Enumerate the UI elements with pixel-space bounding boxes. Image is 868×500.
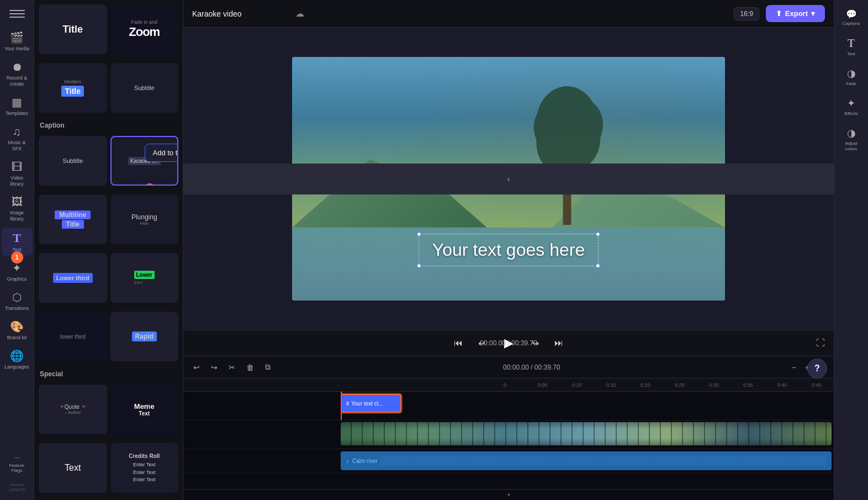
export-chevron-icon: ▾ <box>811 9 815 18</box>
right-item-fade[interactable]: ◑ Fade <box>836 63 867 91</box>
template-card-title-plain[interactable]: Title <box>39 4 107 54</box>
collapse-panel-button[interactable]: ‹ <box>183 164 834 194</box>
sidebar-item-record-create[interactable]: ⏺ Record &create <box>2 57 33 91</box>
sidebar-item-version: Versioncd5677f <box>2 479 33 496</box>
template-card-multiline[interactable]: Multiline Title <box>39 194 107 244</box>
right-item-captions[interactable]: 💬 Captions <box>836 4 867 30</box>
template-card-lower-third-blue[interactable]: Lower third <box>39 253 107 303</box>
time-display: 00:00.00 / 00:39.70 <box>480 339 537 347</box>
lower-third-grid-1: Lower third Lower third <box>34 249 183 307</box>
main-area: ☁ 16:9 ⬆ Export ▾ <box>183 0 834 500</box>
svg-point-5 <box>562 99 603 151</box>
sidebar-item-label: Brand kit <box>7 335 27 340</box>
text-clip[interactable]: Ⅱ Your text cl... <box>341 394 401 413</box>
feature-flags-icon: ··· <box>14 454 19 461</box>
sidebar-item-text[interactable]: T Text 1 <box>2 228 33 256</box>
template-card-credits[interactable]: Credits Roll Enter Text Enter Text Enter… <box>110 443 179 493</box>
timeline-time-display: 00:00.00 / 00:39.70 <box>503 364 560 371</box>
caption-grid-1: Subtitle Karaoke t... Add to timeline ☝ … <box>34 131 183 190</box>
video-clip-strip[interactable] <box>341 422 832 445</box>
right-item-label: Captions <box>843 21 860 26</box>
resize-handle-bl[interactable] <box>417 264 421 268</box>
template-card-lower-third-2[interactable]: lower third <box>39 312 107 361</box>
transitions-icon: ⬡ <box>12 291 22 304</box>
sidebar-item-label: Graphics <box>7 276 27 282</box>
template-card-subtitle[interactable]: Subtitle <box>110 63 179 113</box>
track-content-music[interactable]: ♪ Calm river <box>341 449 834 473</box>
sidebar-item-templates[interactable]: ▦ Templates <box>2 92 33 120</box>
brand-kit-icon: 🎨 <box>10 320 24 333</box>
template-card-text-plain[interactable]: Text <box>39 443 107 493</box>
project-name-input[interactable] <box>192 9 289 18</box>
right-item-adjust-colors[interactable]: ◑ Adjustcolors <box>836 123 867 156</box>
caption-grid-2: Multiline Title Plunging Film <box>34 190 183 249</box>
modern-title-grid: Modern Title Subtitle <box>34 59 183 117</box>
sidebar-item-music-sfx[interactable]: ♫ Music &SFX <box>2 122 33 155</box>
sidebar-item-feature-flags[interactable]: ··· FeatureFlags <box>2 450 33 477</box>
your-media-icon: 🎬 <box>10 31 24 44</box>
special-grid-2: Text Credits Roll Enter Text Enter Text … <box>34 439 183 497</box>
step-2-badge: 2 <box>144 183 156 186</box>
title-grid: Title Fade in and Zoom <box>34 0 183 59</box>
right-item-label: Fade <box>846 81 856 86</box>
timeline-area: 0 0:05 0:10 0:15 0:20 0:25 0:30 0:35 0:4… <box>183 378 834 489</box>
ratio-badge[interactable]: 16:9 <box>734 7 759 20</box>
template-card-rapid[interactable]: Rapid <box>110 312 179 361</box>
timeline-collapse-bar[interactable]: ▾ <box>183 489 834 500</box>
sidebar-item-languages[interactable]: 🌐 Languages <box>2 346 33 373</box>
top-bar: ☁ 16:9 ⬆ Export ▾ <box>183 0 834 28</box>
right-sidebar: 💬 Captions T Text ◑ Fade ✦ Effects ◑ Adj… <box>834 0 868 500</box>
canvas-text-label: Your text goes here <box>432 240 585 260</box>
track-content-text[interactable]: Ⅱ Your text cl... <box>341 392 834 420</box>
delete-button[interactable]: 🗑 <box>243 361 257 374</box>
cut-button[interactable]: ✂ <box>225 361 239 374</box>
sidebar-item-graphics[interactable]: ✦ Graphics <box>2 258 33 285</box>
template-card-lower-green[interactable]: Lower third <box>110 253 179 303</box>
sidebar-item-brand-kit[interactable]: 🎨 Brand kit <box>2 317 33 344</box>
zoom-out-button[interactable]: − <box>790 361 798 374</box>
text-overlay[interactable]: Your text goes here <box>419 234 599 266</box>
template-card-modern-title[interactable]: Modern Title <box>39 63 107 113</box>
sidebar-item-label: Transitions <box>5 306 29 311</box>
cloud-save-icon: ☁ <box>295 8 304 19</box>
template-card-karaoke[interactable]: Karaoke t... Add to timeline ☝ 2 <box>110 136 179 186</box>
sidebar-item-image-library[interactable]: 🖼 Imagelibrary <box>2 192 33 225</box>
help-button[interactable]: ? <box>807 359 827 378</box>
template-card-quote[interactable]: " Quote – Author " <box>39 385 107 434</box>
right-item-effects[interactable]: ✦ Effects <box>836 93 867 120</box>
sidebar-item-label: Record &create <box>7 75 28 87</box>
graphics-icon: ✦ <box>12 261 22 275</box>
track-content-video[interactable] <box>341 420 834 449</box>
right-item-text[interactable]: T Text <box>836 33 867 61</box>
hamburger-menu[interactable] <box>2 4 33 23</box>
sidebar-item-video-library[interactable]: 🎞 Videolibrary <box>2 157 33 191</box>
timeline-tracks[interactable]: Ⅱ Your text cl... <box>183 392 834 489</box>
template-card-subtitle-2[interactable]: Subtitle <box>39 136 107 186</box>
template-card-plunging[interactable]: Plunging Film <box>110 194 179 244</box>
music-note-icon: ♪ <box>346 458 349 464</box>
undo-button[interactable]: ↩ <box>190 361 203 374</box>
playhead[interactable] <box>341 392 342 420</box>
playback-controls: ⏮ ↩ ▶ ↪ ⏭ 00:00.00 / 00:39.70 ⛶ <box>183 330 834 356</box>
skip-back-button[interactable]: ⏮ <box>452 336 465 350</box>
template-card-title-zoom[interactable]: Fade in and Zoom <box>110 4 179 54</box>
export-button[interactable]: ⬆ Export ▾ <box>766 5 825 22</box>
fullscreen-button[interactable]: ⛶ <box>816 338 825 348</box>
special-grid-1: " Quote – Author " Meme Text <box>34 380 183 439</box>
sidebar-item-transitions[interactable]: ⬡ Transitions <box>2 287 33 314</box>
template-card-meme[interactable]: Meme Text <box>110 385 179 434</box>
music-clip-label: Calm river <box>352 458 378 464</box>
copy-button[interactable]: ⧉ <box>262 360 274 374</box>
canvas-area: Your text goes here ‹ <box>183 28 834 330</box>
sidebar-item-label: Templates <box>6 110 28 117</box>
special-grid-3: Rating ★★★★★ • SALE • SALE • SA • SALE •… <box>34 497 183 500</box>
redo-button[interactable]: ↪ <box>208 361 221 374</box>
skip-forward-button[interactable]: ⏭ <box>552 336 565 350</box>
lower-third-grid-2: lower third Rapid <box>34 307 183 366</box>
resize-handle-tl[interactable] <box>417 232 421 236</box>
sidebar-item-your-media[interactable]: 🎬 Your media <box>2 28 33 55</box>
sidebar-item-label: Your media <box>4 46 29 52</box>
text-panel-scroll[interactable]: Title Fade in and Zoom Modern Title Subt… <box>34 0 183 500</box>
music-clip[interactable]: ♪ Calm river <box>341 451 832 470</box>
text-right-icon: T <box>848 37 855 50</box>
